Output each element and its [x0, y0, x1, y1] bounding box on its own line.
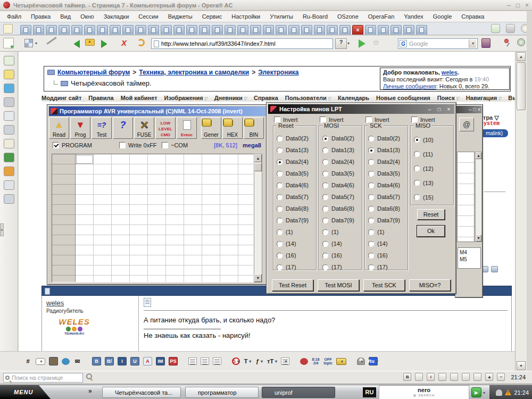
radio-icon[interactable]	[277, 147, 282, 153]
radio-icon[interactable]	[368, 159, 374, 165]
bookmark-star-icon[interactable]: ☆	[372, 38, 379, 47]
radio-icon[interactable]	[277, 136, 282, 142]
page-tab[interactable]	[276, 25, 287, 35]
pin-radio[interactable]: Data5(7)	[277, 191, 309, 203]
pin-radio[interactable]: (14)	[368, 238, 400, 250]
pin-radio[interactable]: Data6(8)	[368, 203, 400, 214]
radio-icon[interactable]	[368, 229, 374, 235]
radio-icon[interactable]	[322, 171, 328, 177]
pin-radio[interactable]: Data7(9)	[322, 214, 354, 226]
menu-item[interactable]: Сессии	[134, 12, 163, 21]
pin-radio[interactable]: Data2(4)	[322, 156, 354, 168]
spoiler-icon[interactable]: S	[232, 358, 240, 365]
quote-icon[interactable]	[491, 266, 498, 272]
pin-radio[interactable]: Data6(8)	[277, 203, 309, 214]
panel-collapse-icon[interactable]: ◂	[0, 223, 4, 236]
page-tab[interactable]	[390, 25, 402, 35]
programmer-toolbar-button[interactable]: LOW LEVEL CMD	[155, 117, 176, 139]
go-icon[interactable]	[359, 39, 370, 48]
page-tab[interactable]	[314, 25, 325, 35]
home-page-icon[interactable]	[3, 38, 14, 48]
radio-icon[interactable]	[277, 206, 282, 212]
align-center-icon[interactable]	[201, 358, 209, 365]
programmer-checkbox[interactable]: Write 0xFF	[119, 142, 162, 148]
text-color-icon[interactable]: T	[244, 357, 252, 365]
radio-icon[interactable]	[277, 264, 282, 270]
radio-icon[interactable]	[368, 206, 374, 212]
page-tab[interactable]	[403, 25, 414, 35]
pin-radio[interactable]: Data6(8)	[322, 203, 354, 214]
radio-icon[interactable]	[414, 180, 420, 186]
page-tab[interactable]	[339, 25, 351, 35]
restore-icon[interactable]: □	[516, 2, 520, 9]
page-tab[interactable]	[225, 25, 236, 35]
pin-radio[interactable]: (16)	[277, 250, 309, 261]
ql-skull-icon[interactable]	[53, 388, 61, 396]
radio-icon[interactable]	[322, 229, 328, 235]
launch-arrow-icon[interactable]: ▶	[471, 387, 481, 397]
forum-nav-item[interactable]: Поиск	[437, 95, 459, 101]
bold-icon[interactable]: B	[92, 357, 101, 365]
radio-icon[interactable]	[414, 137, 420, 143]
time-badge[interactable]: 8:16 2/4	[312, 357, 320, 365]
taskbar-item-browser[interactable]: Четырёхчасовой та...	[102, 387, 181, 398]
pin-radio[interactable]: (16)	[368, 250, 400, 261]
bookmarks-panel-icon[interactable]	[4, 56, 14, 65]
close-tab-icon[interactable]: ×	[352, 25, 363, 35]
links-panel-icon[interactable]	[4, 125, 14, 135]
page-tab[interactable]	[46, 25, 57, 35]
programmer-titlebar[interactable]: Программатор AVR универсальный (C)NML 14…	[49, 106, 269, 116]
ql-tool-icon[interactable]	[65, 388, 73, 396]
radio-icon[interactable]	[277, 194, 282, 200]
pm-link[interactable]: Личные сообщения	[383, 83, 436, 89]
forum-nav-item[interactable]: Дневники	[214, 95, 247, 101]
page-tab[interactable]	[122, 25, 134, 35]
media-icon[interactable]	[62, 358, 70, 365]
boss-key-icon[interactable]: B	[403, 373, 411, 381]
back-icon[interactable]	[70, 40, 80, 47]
forward-icon[interactable]	[101, 40, 111, 47]
miso-test-button[interactable]: MISO=?	[409, 279, 451, 291]
scroll-up-icon[interactable]: ▲	[476, 152, 481, 159]
tray-warning-icon[interactable]	[505, 389, 511, 395]
lpt-titlebar[interactable]: Настройка пинов LPT – □ ×	[268, 104, 454, 114]
scroll-down-icon[interactable]: ▼	[517, 361, 526, 370]
tile-view-dropdown-icon[interactable]: ▾	[35, 41, 37, 46]
quote-icon[interactable]	[36, 358, 45, 365]
page-tab[interactable]	[71, 25, 82, 35]
scroll-up-icon[interactable]: ▲	[254, 154, 262, 162]
page-tab[interactable]	[250, 25, 261, 35]
align-left-icon[interactable]	[188, 358, 197, 365]
widgets-panel-icon[interactable]	[4, 84, 14, 93]
menu-item[interactable]: OSzone	[332, 12, 363, 21]
menu-item[interactable]: Yandex	[399, 12, 428, 21]
up-icon[interactable]	[85, 39, 95, 46]
proxy-globe-icon[interactable]	[517, 38, 525, 46]
pin-radio[interactable]: (17)	[322, 261, 354, 273]
mail-panel-icon[interactable]	[4, 167, 14, 176]
radio-icon[interactable]	[368, 136, 374, 142]
compose-icon[interactable]	[46, 37, 57, 45]
help-button[interactable]: ?	[335, 38, 347, 49]
cascade-windows-icon[interactable]	[462, 373, 470, 381]
radio-icon[interactable]	[322, 241, 328, 247]
page-tab[interactable]	[59, 25, 70, 35]
forum-nav-item[interactable]: Справка	[254, 95, 278, 101]
flag-panel-icon[interactable]	[4, 180, 14, 190]
radio-icon[interactable]	[368, 194, 374, 200]
pin-radio[interactable]: Data3(5)	[277, 168, 309, 179]
radio-icon[interactable]	[414, 151, 420, 157]
page-tab[interactable]	[263, 25, 274, 35]
forum-nav-item[interactable]: Правила	[88, 95, 113, 101]
pin-radio[interactable]: Data7(9)	[368, 214, 400, 226]
programmer-toolbar-button[interactable]: FUSE	[134, 117, 154, 139]
page-tab[interactable]	[97, 25, 108, 35]
pin-radio[interactable]: Data4(6)	[322, 179, 354, 191]
forum-nav-item[interactable]: Навигация	[466, 95, 501, 101]
taskbar-item-programmer[interactable]: программатор	[185, 387, 259, 398]
page-tab[interactable]	[327, 25, 338, 35]
pin-radio[interactable]: (17)	[368, 261, 400, 273]
page-tab[interactable]	[110, 25, 121, 35]
page-tab[interactable]	[173, 25, 185, 35]
checkbox-icon[interactable]	[162, 142, 168, 148]
